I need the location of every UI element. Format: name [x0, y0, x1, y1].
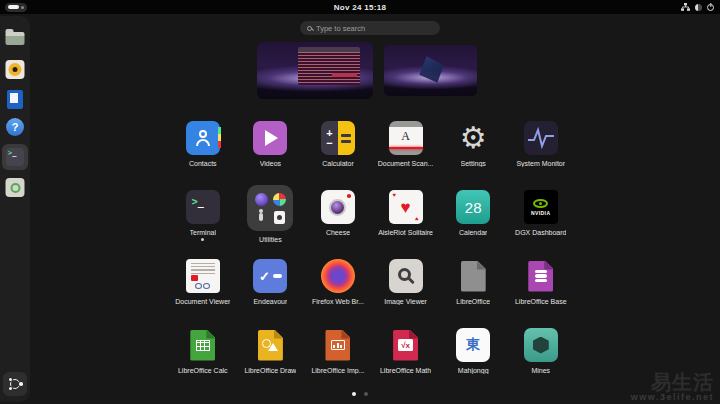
libreoffice-impress-icon	[321, 328, 355, 362]
app-libreoffice-math[interactable]: √x LibreOffice Math	[372, 321, 440, 390]
libreoffice-icon	[456, 259, 490, 293]
image-viewer-icon	[389, 259, 423, 293]
dock-writer-document-icon[interactable]	[7, 90, 23, 109]
libreoffice-math-icon: √x	[389, 328, 423, 362]
app-label: Settings	[461, 160, 486, 167]
calculator-icon: +−	[321, 121, 355, 155]
dock: ? >_	[0, 16, 30, 402]
workspace-indicator[interactable]	[5, 3, 27, 12]
top-bar: Nov 24 15:18	[0, 0, 720, 14]
app-videos[interactable]: Videos	[237, 114, 305, 183]
watermark: 易生活 www.3elife.net	[631, 372, 714, 402]
dock-speaker-icon[interactable]	[6, 60, 25, 79]
terminal-window-preview[interactable]	[298, 47, 361, 85]
watermark-logo-text: 易生活	[631, 372, 714, 392]
app-document-scanner[interactable]: A Document Scan...	[372, 114, 440, 183]
nvidia-icon: NVIDIA	[524, 190, 558, 224]
app-terminal[interactable]: >_ Terminal	[169, 183, 237, 252]
pie-chart-mini-icon	[273, 193, 286, 206]
app-label: Calendar	[459, 229, 487, 236]
app-label: Document Viewer	[175, 298, 230, 305]
app-calculator[interactable]: +− Calculator	[304, 114, 372, 183]
app-calendar[interactable]: 28 Calendar	[439, 183, 507, 252]
app-label: LibreOffice Calc	[178, 367, 228, 374]
glasses-detail	[195, 283, 210, 289]
cheese-camera-icon	[321, 190, 355, 224]
endeavour-check-icon: ✓	[253, 259, 287, 293]
app-label: Terminal	[190, 229, 216, 236]
network-icon	[681, 3, 690, 11]
app-endeavour[interactable]: ✓ Endeavour	[237, 252, 305, 321]
app-system-monitor[interactable]: System Monitor	[507, 114, 575, 183]
mines-icon	[524, 328, 558, 362]
volume-icon	[695, 4, 702, 11]
disks-mini-icon	[274, 211, 285, 224]
app-label: LibreOffice	[456, 298, 490, 305]
settings-gear-icon: ⚙	[456, 121, 490, 155]
aisleriot-card-icon: ♥ ♥ ♥	[389, 190, 423, 224]
app-label: LibreOffice Draw	[244, 367, 296, 374]
app-settings[interactable]: ⚙ Settings	[439, 114, 507, 183]
app-libreoffice-base[interactable]: LibreOffice Base	[507, 252, 575, 321]
search-input[interactable]	[316, 24, 433, 33]
dock-terminal-icon[interactable]: >_	[2, 144, 28, 170]
page-dot-2[interactable]	[364, 392, 368, 396]
libreoffice-draw-icon	[253, 328, 287, 362]
app-libreoffice[interactable]: LibreOffice	[439, 252, 507, 321]
disk-usage-mini-icon	[255, 193, 268, 206]
window-selection	[332, 73, 357, 77]
search-icon	[307, 26, 312, 31]
speaker-ring	[9, 63, 22, 76]
firefox-icon	[321, 259, 355, 293]
workspace-thumbnail-1[interactable]	[257, 42, 373, 99]
app-mines[interactable]: Mines	[507, 321, 575, 390]
running-indicator	[201, 238, 204, 241]
app-label: Utilities	[259, 236, 282, 243]
app-libreoffice-calc[interactable]: LibreOffice Calc	[169, 321, 237, 390]
system-status-area[interactable]	[681, 0, 714, 14]
app-folder-utilities[interactable]: Utilities	[237, 183, 305, 252]
wallpaper-crystal	[419, 56, 443, 83]
utilities-folder-icon	[247, 185, 293, 231]
app-label: Mines	[531, 367, 550, 374]
dock-software-icon[interactable]	[6, 178, 25, 197]
app-firefox[interactable]: Firefox Web Br...	[304, 252, 372, 321]
app-contacts[interactable]: Contacts	[169, 114, 237, 183]
show-apps-button[interactable]	[3, 372, 27, 396]
app-libreoffice-draw[interactable]: LibreOffice Draw	[237, 321, 305, 390]
libreoffice-calc-icon	[186, 328, 220, 362]
app-label: Image Viewer	[384, 298, 427, 305]
software-ring	[10, 183, 20, 193]
app-image-viewer[interactable]: Image Viewer	[372, 252, 440, 321]
app-document-viewer[interactable]: Document Viewer	[169, 252, 237, 321]
app-label: LibreOffice Imp...	[311, 367, 364, 374]
page-dot-1[interactable]	[352, 392, 356, 396]
libreoffice-base-icon	[524, 259, 558, 293]
app-libreoffice-impress[interactable]: LibreOffice Imp...	[304, 321, 372, 390]
app-label: DGX Dashboard	[515, 229, 566, 236]
document-viewer-icon	[186, 259, 220, 293]
folder-body	[6, 32, 25, 45]
workspace-thumbnail-2[interactable]	[384, 45, 477, 96]
dock-help-icon[interactable]: ?	[6, 118, 24, 136]
search-bar[interactable]	[300, 21, 440, 35]
terminal-icon: >_	[186, 190, 220, 224]
document-scanner-icon: A	[389, 121, 423, 155]
gnome-activities-overview: Nov 24 15:18 ? >_	[0, 0, 720, 404]
app-cheese[interactable]: Cheese	[304, 183, 372, 252]
clock[interactable]: Nov 24 15:18	[334, 3, 387, 12]
app-grid: Contacts Videos +− Calculator A Document…	[169, 114, 575, 390]
app-grid-pagination	[352, 392, 368, 396]
calendar-icon: 28	[456, 190, 490, 224]
app-dgx-dashboard[interactable]: NVIDIA DGX Dashboard	[507, 183, 575, 252]
dock-files-icon[interactable]	[6, 29, 25, 45]
character-map-mini-icon	[259, 213, 263, 221]
app-aisleriot[interactable]: ♥ ♥ ♥ AisleRiot Solitaire	[372, 183, 440, 252]
inactive-workspace-dot	[21, 6, 24, 9]
app-label: Endeavour	[253, 298, 287, 305]
system-monitor-icon	[524, 121, 558, 155]
app-label: Calculator	[322, 160, 354, 167]
app-label: Contacts	[189, 160, 217, 167]
app-mahjongg[interactable]: 東 Mahjongg	[439, 321, 507, 390]
mahjongg-tile-icon: 東	[456, 328, 490, 362]
